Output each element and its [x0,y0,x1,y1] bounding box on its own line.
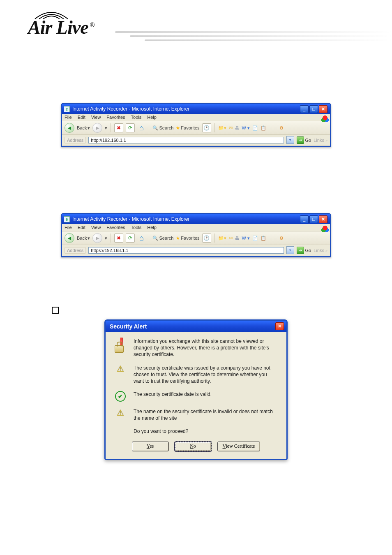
mail-icon[interactable]: ✉ [229,236,233,241]
square-bullet-icon [52,307,59,314]
links-button[interactable]: Links » [314,138,327,143]
menu-tools[interactable]: Tools [131,225,142,230]
back-button[interactable]: Back ▾ [77,236,90,241]
security-alert-dialog: Security Alert ✕ ❗ Information you excha… [104,319,288,460]
address-input[interactable]: http://192.168.1.1 [88,137,284,143]
yes-button[interactable]: Yes [132,442,169,451]
menu-file[interactable]: File [65,115,72,120]
menu-favorites[interactable]: Favorites [106,115,125,120]
address-bar: Address https://192.168.1.1 ▾ ➜Go Links … [62,245,330,256]
windows-flag-icon [321,225,329,232]
address-input[interactable]: https://192.168.1.1 [88,247,284,254]
address-dropdown-icon[interactable]: ▾ [286,246,294,254]
edit-icon[interactable]: W ▾ [242,236,250,241]
ie-page-icon: e [64,216,70,222]
menu-view[interactable]: View [91,225,101,230]
dialog-titlebar: Security Alert ✕ [106,321,286,332]
maximize-icon[interactable]: □ [309,105,318,113]
research-icon[interactable]: 📋 [261,125,266,131]
alert-item-2-text: The security certificate date is valid. [134,391,212,402]
address-label: Address [65,247,86,254]
discuss-icon[interactable]: 📄 [252,236,258,241]
window-titlebar: e Internet Activity Recorder - Microsoft… [62,214,330,224]
home-icon[interactable]: ⌂ [137,234,145,242]
menu-bar: File Edit View Favorites Tools Help [62,224,330,231]
wifi-arc-icon [33,10,70,20]
address-dropdown-icon[interactable]: ▾ [286,136,294,144]
menu-edit[interactable]: Edit [78,225,85,230]
back-icon[interactable]: ◄ [65,123,74,133]
alert-item-2: ✔ The security certificate date is valid… [114,391,278,402]
discuss-icon[interactable]: 📄 [252,125,258,131]
history-icon[interactable]: 🕑 [202,234,211,243]
print-icon[interactable]: 🖶 [235,236,240,240]
alert-item-1-text: The security certificate was issued by a… [134,365,278,385]
links-button[interactable]: Links » [314,248,327,253]
alert-proceed-text: Do you want to proceed? [134,428,278,434]
edit-icon[interactable]: W ▾ [242,125,250,131]
print-icon[interactable]: 🖶 [235,125,240,130]
airlive-logo: Air Live® [28,16,95,38]
stop-icon[interactable]: ✖ [114,234,123,243]
address-bar: Address http://192.168.1.1 ▾ ➜Go Links » [62,135,330,146]
go-arrow-icon: ➜ [297,247,304,254]
menu-edit[interactable]: Edit [78,115,85,120]
browser-window-https: e Internet Activity Recorder - Microsoft… [61,213,331,257]
forward-icon[interactable]: ► [92,123,102,133]
back-button[interactable]: Back ▾ [77,125,90,131]
alert-intro-text: Information you exchange with this site … [134,338,278,358]
mail-icon[interactable]: ✉ [229,125,233,131]
window-title: Internet Activity Recorder - Microsoft I… [72,106,189,112]
alert-intro-row: ❗ Information you exchange with this sit… [114,338,278,358]
folders-icon[interactable]: 📁▾ [218,125,226,131]
browser-window-http: e Internet Activity Recorder - Microsoft… [61,103,331,147]
menu-tools[interactable]: Tools [131,115,142,120]
view-certificate-button[interactable]: View Certificate [217,442,261,451]
address-label: Address [65,137,86,143]
history-icon[interactable]: 🕑 [202,123,211,132]
window-title: Internet Activity Recorder - Microsoft I… [72,216,189,222]
research-icon[interactable]: 📋 [261,236,266,241]
menu-file[interactable]: File [65,225,72,230]
forward-icon[interactable]: ► [92,233,102,243]
favorites-button[interactable]: ★Favorites [176,125,199,131]
minimize-icon[interactable]: _ [300,215,309,223]
ie-page-icon: e [64,106,70,112]
dialog-close-icon[interactable]: ✕ [275,322,284,330]
menu-view[interactable]: View [91,115,101,120]
go-arrow-icon: ➜ [297,136,304,144]
menu-bar: File Edit View Favorites Tools Help [62,114,330,121]
stop-icon[interactable]: ✖ [114,123,123,132]
go-button[interactable]: ➜Go [297,136,311,144]
menu-help[interactable]: Help [147,115,157,120]
header-decoration [115,31,392,44]
go-button[interactable]: ➜Go [297,247,311,254]
menu-help[interactable]: Help [147,225,157,230]
home-icon[interactable]: ⌂ [137,124,145,132]
search-icon: 🔍 [152,236,158,241]
warning-triangle-icon: ⚠ [116,408,125,417]
close-icon[interactable]: ✕ [319,215,327,223]
gear-icon[interactable]: ⚙ [279,236,284,241]
favorites-star-icon: ★ [176,125,180,131]
close-icon[interactable]: ✕ [319,105,327,113]
favorites-button[interactable]: ★Favorites [176,236,199,241]
bullet-marker [52,307,392,314]
gear-icon[interactable]: ⚙ [279,125,284,131]
toolbar: ◄ Back ▾ ► ▾ ✖ ⟳ ⌂ 🔍Search ★Favorites 🕑 … [62,231,330,245]
refresh-icon[interactable]: ⟳ [126,234,135,243]
search-button[interactable]: 🔍Search [152,125,173,131]
check-circle-icon: ✔ [115,391,126,402]
page-header: Air Live® [0,0,392,53]
search-icon: 🔍 [152,125,158,131]
menu-favorites[interactable]: Favorites [106,225,125,230]
refresh-icon[interactable]: ⟳ [126,123,135,132]
folders-icon[interactable]: 📁▾ [218,236,226,241]
search-button[interactable]: 🔍Search [152,236,173,241]
alert-item-3-text: The name on the security certificate is … [134,408,278,421]
minimize-icon[interactable]: _ [300,105,309,113]
back-icon[interactable]: ◄ [65,233,74,243]
no-button[interactable]: No [175,442,212,451]
maximize-icon[interactable]: □ [309,215,318,223]
favorites-star-icon: ★ [176,236,180,241]
